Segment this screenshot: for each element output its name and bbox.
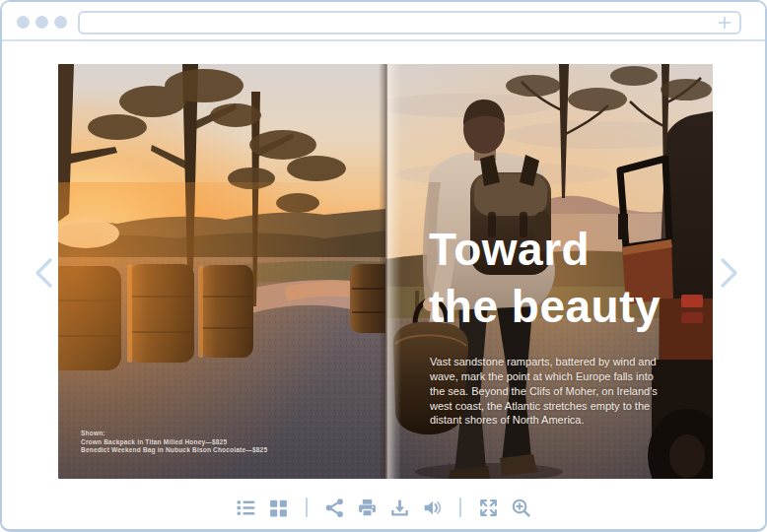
credit-line: Benedict Weekend Bag in Nubuck Bison Cho… [81,446,267,455]
credit-line: Crown Backpack in Titan Milled Honey—$82… [81,438,267,447]
sound-icon [422,498,443,518]
page-left[interactable]: Shown: Crown Backpack in Titan Milled Ho… [58,64,385,479]
toolbar-separator [306,498,308,517]
fullscreen-button[interactable] [478,498,499,518]
chevron-right-icon [714,256,743,290]
page-right[interactable]: Toward the beauty Vast sandstone rampart… [385,64,713,479]
viewer-toolbar [2,496,765,519]
window-control-dot[interactable] [35,16,48,29]
download-button[interactable] [389,498,410,518]
prev-page-button[interactable] [30,256,59,290]
product-credits: Shown: Crown Backpack in Titan Milled Ho… [81,430,267,455]
headline-line: Toward [429,222,661,279]
article-body: Vast sandstone ramparts, battered by win… [430,355,668,428]
share-button[interactable] [324,498,345,518]
download-icon [389,498,410,518]
browser-chrome [2,2,765,41]
print-icon [357,498,378,518]
share-icon [324,498,345,518]
article-headline: Toward the beauty [429,222,661,336]
sunset-vineyard-photo [58,64,385,479]
thumbnails-icon [268,498,289,518]
zoom-in-icon [511,498,531,518]
address-bar[interactable] [78,11,741,34]
fullscreen-icon [478,498,499,518]
toolbar-separator [459,498,461,517]
magazine-spread[interactable]: Shown: Crown Backpack in Titan Milled Ho… [58,64,713,479]
next-page-button[interactable] [714,256,743,290]
flipbook-stage: Shown: Crown Backpack in Titan Milled Ho… [2,41,765,529]
print-button[interactable] [357,498,378,518]
window-controls [17,16,67,29]
credits-label: Shown: [81,430,267,438]
headline-line: the beauty [429,279,661,336]
window-control-dot[interactable] [54,16,67,29]
sound-button[interactable] [422,498,443,518]
truck-taillight [681,295,703,307]
window-control-dot[interactable] [17,16,30,29]
thumbnails-button[interactable] [268,498,289,518]
zoom-in-button[interactable] [511,498,531,518]
new-tab-plus-icon[interactable] [717,15,732,31]
address-input[interactable] [80,13,717,33]
chevron-left-icon [30,256,59,290]
table-of-contents-button[interactable] [236,498,256,518]
table-of-contents-icon [236,498,256,518]
browser-window: Shown: Crown Backpack in Titan Milled Ho… [0,0,767,532]
